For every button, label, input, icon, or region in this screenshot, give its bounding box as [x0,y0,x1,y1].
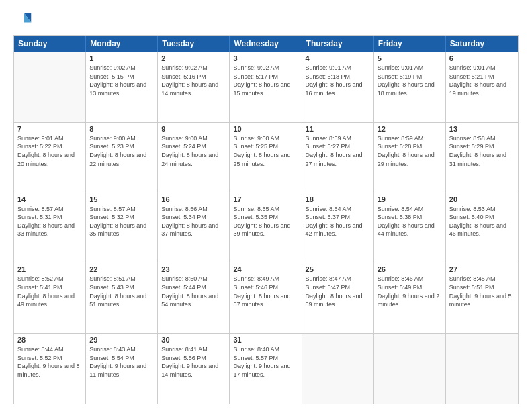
day-number: 10 [233,125,298,133]
day-number: 8 [89,125,154,133]
calendar-cell-21: 21Sunrise: 8:52 AM Sunset: 5:41 PM Dayli… [14,263,86,333]
day-number: 13 [449,125,515,133]
cell-info: Sunrise: 8:50 AM Sunset: 5:44 PM Dayligh… [161,275,226,308]
day-number: 23 [161,265,226,273]
calendar-cell-9: 9Sunrise: 9:00 AM Sunset: 5:24 PM Daylig… [158,123,230,193]
calendar-cell-14: 14Sunrise: 8:57 AM Sunset: 5:31 PM Dayli… [14,193,86,263]
cell-info: Sunrise: 8:53 AM Sunset: 5:40 PM Dayligh… [449,205,515,238]
day-number: 6 [449,54,515,62]
day-number: 11 [306,125,370,133]
calendar-cell-27: 27Sunrise: 8:45 AM Sunset: 5:51 PM Dayli… [446,263,518,333]
day-number: 22 [89,265,154,273]
day-number: 3 [233,54,298,62]
calendar-cell-29: 29Sunrise: 8:43 AM Sunset: 5:54 PM Dayli… [86,334,158,404]
calendar-cell-2: 2Sunrise: 9:02 AM Sunset: 5:16 PM Daylig… [158,52,230,122]
calendar-cell-22: 22Sunrise: 8:51 AM Sunset: 5:43 PM Dayli… [86,263,158,333]
day-number: 12 [378,125,442,133]
cell-info: Sunrise: 8:45 AM Sunset: 5:51 PM Dayligh… [449,275,515,308]
calendar-cell-16: 16Sunrise: 8:56 AM Sunset: 5:34 PM Dayli… [158,193,230,263]
day-number: 29 [89,336,154,344]
cell-info: Sunrise: 8:40 AM Sunset: 5:57 PM Dayligh… [233,345,298,379]
cell-info: Sunrise: 8:41 AM Sunset: 5:56 PM Dayligh… [161,345,226,379]
cell-info: Sunrise: 9:00 AM Sunset: 5:25 PM Dayligh… [233,134,298,168]
calendar-row-4: 28Sunrise: 8:44 AM Sunset: 5:52 PM Dayli… [14,333,518,404]
calendar-row-2: 14Sunrise: 8:57 AM Sunset: 5:31 PM Dayli… [14,193,518,263]
day-number: 21 [17,265,82,273]
cell-info: Sunrise: 8:44 AM Sunset: 5:52 PM Dayligh… [17,345,82,379]
calendar-cell-empty [302,334,374,404]
cell-info: Sunrise: 9:01 AM Sunset: 5:18 PM Dayligh… [306,64,370,97]
day-number: 19 [378,195,442,203]
calendar-cell-31: 31Sunrise: 8:40 AM Sunset: 5:57 PM Dayli… [230,334,302,404]
cell-info: Sunrise: 8:49 AM Sunset: 5:46 PM Dayligh… [233,275,298,308]
weekday-header-friday: Friday [374,36,446,52]
calendar-cell-10: 10Sunrise: 9:00 AM Sunset: 5:25 PM Dayli… [230,123,302,193]
day-number: 14 [17,195,82,203]
weekday-header-sunday: Sunday [14,36,86,52]
calendar-cell-17: 17Sunrise: 8:55 AM Sunset: 5:35 PM Dayli… [230,193,302,263]
cell-info: Sunrise: 8:43 AM Sunset: 5:54 PM Dayligh… [89,345,154,379]
calendar-page: SundayMondayTuesdayWednesdayThursdayFrid… [0,0,532,411]
day-number: 25 [306,265,370,273]
calendar-cell-30: 30Sunrise: 8:41 AM Sunset: 5:56 PM Dayli… [158,334,230,404]
cell-info: Sunrise: 8:59 AM Sunset: 5:27 PM Dayligh… [306,134,370,168]
logo-icon [13,11,32,30]
calendar-cell-13: 13Sunrise: 8:58 AM Sunset: 5:29 PM Dayli… [446,123,518,193]
cell-info: Sunrise: 8:47 AM Sunset: 5:47 PM Dayligh… [306,275,370,308]
day-number: 4 [306,54,370,62]
day-number: 15 [89,195,154,203]
cell-info: Sunrise: 8:59 AM Sunset: 5:28 PM Dayligh… [378,134,442,168]
weekday-header-monday: Monday [86,36,158,52]
day-number: 9 [161,125,226,133]
calendar-cell-8: 8Sunrise: 9:00 AM Sunset: 5:23 PM Daylig… [86,123,158,193]
calendar-cell-empty [374,334,446,404]
calendar: SundayMondayTuesdayWednesdayThursdayFrid… [13,35,519,404]
day-number: 24 [233,265,298,273]
cell-info: Sunrise: 8:46 AM Sunset: 5:49 PM Dayligh… [378,275,442,308]
day-number: 18 [306,195,370,203]
day-number: 27 [449,265,515,273]
cell-info: Sunrise: 9:01 AM Sunset: 5:22 PM Dayligh… [17,134,82,168]
calendar-row-0: 1Sunrise: 9:02 AM Sunset: 5:15 PM Daylig… [14,52,518,122]
day-number: 28 [17,336,82,344]
cell-info: Sunrise: 9:02 AM Sunset: 5:17 PM Dayligh… [233,64,298,97]
cell-info: Sunrise: 8:54 AM Sunset: 5:38 PM Dayligh… [378,205,442,238]
calendar-cell-26: 26Sunrise: 8:46 AM Sunset: 5:49 PM Dayli… [374,263,446,333]
cell-info: Sunrise: 8:57 AM Sunset: 5:32 PM Dayligh… [89,205,154,238]
calendar-row-1: 7Sunrise: 9:01 AM Sunset: 5:22 PM Daylig… [14,122,518,193]
day-number: 2 [161,54,226,62]
calendar-row-3: 21Sunrise: 8:52 AM Sunset: 5:41 PM Dayli… [14,263,518,333]
calendar-cell-11: 11Sunrise: 8:59 AM Sunset: 5:27 PM Dayli… [302,123,374,193]
day-number: 31 [233,336,298,344]
calendar-cell-5: 5Sunrise: 9:01 AM Sunset: 5:19 PM Daylig… [374,52,446,122]
weekday-header-thursday: Thursday [302,36,374,52]
calendar-cell-3: 3Sunrise: 9:02 AM Sunset: 5:17 PM Daylig… [230,52,302,122]
calendar-cell-18: 18Sunrise: 8:54 AM Sunset: 5:37 PM Dayli… [302,193,374,263]
day-number: 16 [161,195,226,203]
weekday-header-saturday: Saturday [446,36,518,52]
cell-info: Sunrise: 8:54 AM Sunset: 5:37 PM Dayligh… [306,205,370,238]
weekday-header-tuesday: Tuesday [158,36,230,52]
cell-info: Sunrise: 9:02 AM Sunset: 5:16 PM Dayligh… [161,64,226,97]
cell-info: Sunrise: 9:02 AM Sunset: 5:15 PM Dayligh… [89,64,154,97]
day-number: 26 [378,265,442,273]
weekday-header-wednesday: Wednesday [230,36,302,52]
day-number: 20 [449,195,515,203]
calendar-cell-1: 1Sunrise: 9:02 AM Sunset: 5:15 PM Daylig… [86,52,158,122]
cell-info: Sunrise: 9:00 AM Sunset: 5:24 PM Dayligh… [161,134,226,168]
logo [13,11,34,30]
cell-info: Sunrise: 9:01 AM Sunset: 5:21 PM Dayligh… [449,64,515,97]
cell-info: Sunrise: 8:58 AM Sunset: 5:29 PM Dayligh… [449,134,515,168]
calendar-cell-4: 4Sunrise: 9:01 AM Sunset: 5:18 PM Daylig… [302,52,374,122]
cell-info: Sunrise: 8:52 AM Sunset: 5:41 PM Dayligh… [17,275,82,308]
day-number: 7 [17,125,82,133]
calendar-cell-6: 6Sunrise: 9:01 AM Sunset: 5:21 PM Daylig… [446,52,518,122]
cell-info: Sunrise: 8:51 AM Sunset: 5:43 PM Dayligh… [89,275,154,308]
calendar-cell-19: 19Sunrise: 8:54 AM Sunset: 5:38 PM Dayli… [374,193,446,263]
calendar-cell-12: 12Sunrise: 8:59 AM Sunset: 5:28 PM Dayli… [374,123,446,193]
calendar-cell-28: 28Sunrise: 8:44 AM Sunset: 5:52 PM Dayli… [14,334,86,404]
calendar-cell-24: 24Sunrise: 8:49 AM Sunset: 5:46 PM Dayli… [230,263,302,333]
calendar-header: SundayMondayTuesdayWednesdayThursdayFrid… [14,36,518,52]
calendar-body: 1Sunrise: 9:02 AM Sunset: 5:15 PM Daylig… [14,52,518,404]
calendar-cell-empty [446,334,518,404]
